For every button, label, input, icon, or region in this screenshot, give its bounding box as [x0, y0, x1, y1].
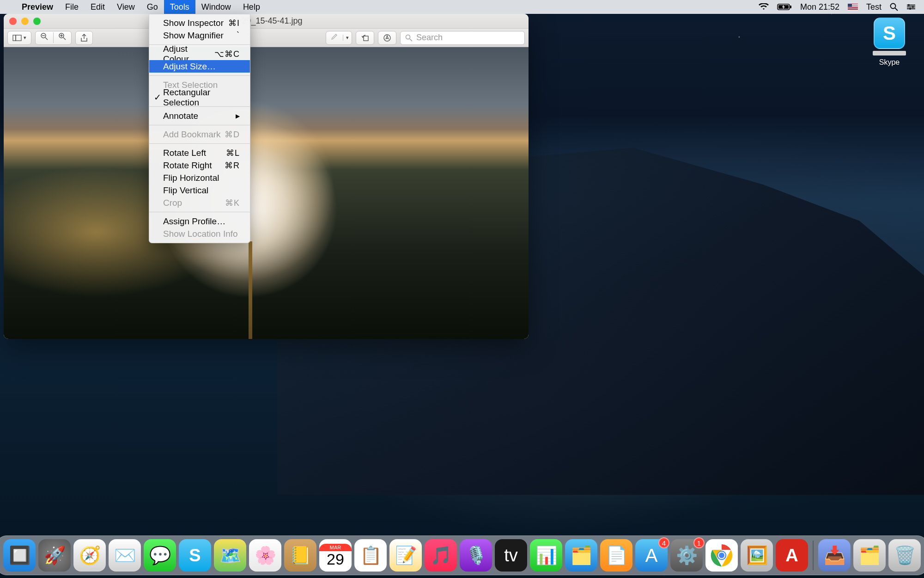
toolbar: ▾ ▾ Search	[4, 29, 529, 47]
menu-item-adjust-size[interactable]: Adjust Size…	[149, 60, 250, 73]
menu-item-label: Show Inspector	[163, 18, 224, 28]
preview-window: 03-29_15-45-41.jpg ▾ ▾ Search	[4, 14, 529, 339]
dock-calendar[interactable]: MAR 29	[319, 539, 352, 572]
dock-trash[interactable]: 🗑️	[888, 539, 921, 572]
menu-item-label: Adjust Size…	[163, 61, 216, 72]
control-center-icon[interactable]	[906, 4, 916, 10]
dock-launchpad[interactable]: 🚀	[38, 539, 71, 572]
dock-system-preferences[interactable]: ⚙️ 1	[670, 539, 703, 572]
menu-go[interactable]: Go	[141, 0, 164, 14]
menu-file[interactable]: File	[59, 0, 85, 14]
menu-shortcut: ⌘D	[225, 129, 240, 140]
menu-tools[interactable]: Tools	[164, 0, 195, 14]
svg-rect-20	[364, 36, 368, 41]
skype-icon: S	[874, 18, 905, 49]
svg-point-3	[891, 4, 896, 9]
menu-app-name[interactable]: Preview	[16, 0, 59, 14]
menubar: Preview File Edit View Go Tools Window H…	[0, 0, 924, 14]
dock-mail[interactable]: ✉️	[109, 539, 141, 572]
menu-item-flip-vertical[interactable]: Flip Vertical	[149, 184, 250, 197]
svg-point-9	[912, 6, 914, 8]
menu-view[interactable]: View	[111, 0, 141, 14]
menu-item-label: Assign Profile…	[163, 216, 225, 227]
view-mode-button[interactable]: ▾	[7, 31, 31, 45]
menu-help[interactable]: Help	[237, 0, 266, 14]
menu-item-flip-horizontal[interactable]: Flip Horizontal	[149, 172, 250, 184]
dock-contacts[interactable]: 📒	[284, 539, 316, 572]
svg-point-22	[406, 35, 410, 39]
dock-messages[interactable]: 💬	[144, 539, 176, 572]
zoom-out-button[interactable]	[36, 32, 53, 43]
search-input[interactable]: Search	[400, 31, 525, 45]
highlight-button[interactable]	[326, 33, 343, 43]
svg-rect-11	[13, 35, 16, 41]
menu-separator	[149, 212, 250, 212]
menu-item-show-magnifier[interactable]: Show Magnifier`	[149, 29, 250, 42]
desktop-icon-label: Skype	[879, 58, 900, 67]
svg-line-23	[410, 39, 412, 41]
clock[interactable]: Mon 21:52	[800, 2, 839, 12]
dock-maps[interactable]: 🗺️	[214, 539, 246, 572]
menu-separator	[149, 125, 250, 125]
apple-menu[interactable]	[0, 0, 16, 14]
prefs-badge: 1	[693, 537, 705, 548]
menu-item-label: Add Bookmark	[163, 129, 221, 140]
zoom-button[interactable]	[33, 18, 41, 25]
close-button[interactable]	[9, 18, 17, 25]
input-flag-icon[interactable]	[848, 4, 858, 10]
menu-item-rotate-left[interactable]: Rotate Left⌘L	[149, 147, 250, 159]
dock-acrobat[interactable]: A	[776, 539, 808, 572]
svg-line-4	[895, 8, 898, 11]
menu-shortcut: ⌘K	[225, 198, 240, 208]
wifi-icon[interactable]	[759, 3, 769, 11]
dock-photos[interactable]: 🌸	[249, 539, 281, 572]
dock-safari[interactable]: 🧭	[73, 539, 106, 572]
dock-downloads[interactable]: 📥	[818, 539, 851, 572]
highlight-dropdown[interactable]: ▾	[343, 35, 352, 41]
dock-skype[interactable]: S	[179, 539, 211, 572]
dock-numbers[interactable]: 📊	[530, 539, 562, 572]
dock-finder[interactable]: 🔲	[3, 539, 36, 572]
appstore-badge: 4	[658, 537, 669, 548]
menu-item-rectangular-selection[interactable]: ✓Rectangular Selection	[149, 91, 250, 104]
image-content[interactable]	[4, 47, 529, 339]
desktop-icon-skype[interactable]: S Skype	[869, 18, 910, 67]
dock-notes[interactable]: 📝	[389, 539, 422, 572]
dock-preview[interactable]: 🖼️	[741, 539, 773, 572]
window-titlebar[interactable]: 03-29_15-45-41.jpg	[4, 14, 529, 29]
battery-icon[interactable]	[777, 3, 792, 11]
zoom-in-button[interactable]	[53, 32, 71, 43]
menu-item-label: Rotate Right	[163, 160, 212, 171]
menu-item-label: Flip Vertical	[163, 185, 208, 196]
minimize-button[interactable]	[21, 18, 29, 25]
menu-item-show-inspector[interactable]: Show Inspector⌘I	[149, 17, 250, 29]
menu-edit[interactable]: Edit	[85, 0, 111, 14]
rotate-button[interactable]	[356, 31, 374, 45]
share-button[interactable]	[75, 31, 93, 45]
submenu-arrow-icon: ▶	[236, 113, 240, 119]
markup-toolbar-button[interactable]	[378, 31, 396, 45]
dock-recent-1[interactable]: 🗂️	[853, 539, 886, 572]
dock-reminders[interactable]: 📋	[354, 539, 387, 572]
menu-item-label: Annotate	[163, 111, 198, 121]
dock-separator	[813, 541, 814, 570]
dock-pages[interactable]: 📄	[600, 539, 632, 572]
dock-podcasts[interactable]: 🎙️	[460, 539, 492, 572]
menu-shortcut: ⌘I	[228, 18, 240, 28]
menu-item-annotate[interactable]: Annotate▶	[149, 110, 250, 122]
svg-point-28	[719, 553, 724, 558]
menu-item-adjust-colour[interactable]: Adjust Colour…⌥⌘C	[149, 48, 250, 60]
menu-item-assign-profile[interactable]: Assign Profile…	[149, 215, 250, 228]
menu-shortcut: ⌘R	[225, 160, 240, 171]
menu-window[interactable]: Window	[195, 0, 237, 14]
dock-appstore[interactable]: A 4	[635, 539, 668, 572]
user-name[interactable]: Test	[866, 2, 881, 12]
dock-tv[interactable]: tv	[495, 539, 527, 572]
spotlight-icon[interactable]	[890, 3, 898, 11]
dock-keynote[interactable]: 🗂️	[565, 539, 597, 572]
dock-chrome[interactable]	[705, 539, 738, 572]
menu-item-rotate-right[interactable]: Rotate Right⌘R	[149, 159, 250, 172]
dock: 🔲 🚀 🧭 ✉️ 💬 S 🗺️ 🌸 📒 MAR 29 📋 📝 🎵 🎙️ tv 📊…	[0, 535, 924, 575]
svg-line-17	[63, 37, 66, 40]
dock-music[interactable]: 🎵	[425, 539, 457, 572]
